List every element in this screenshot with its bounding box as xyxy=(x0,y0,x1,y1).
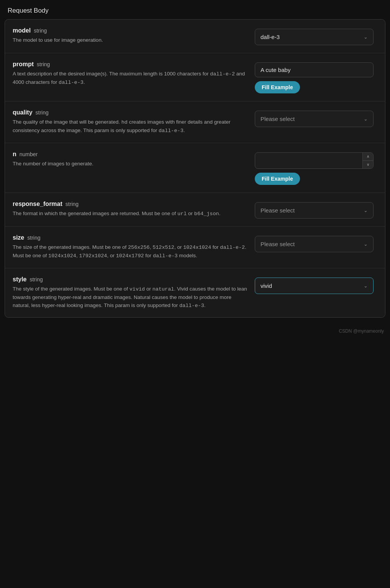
number-input-n[interactable] xyxy=(255,153,362,168)
prompt-input-prompt[interactable]: A cute baby xyxy=(255,62,374,77)
param-right-prompt: A cute babyFill Example xyxy=(255,61,377,93)
param-right-model: dall-e-3⌄ xyxy=(255,27,377,45)
param-name-line-response_format: response_formatstring xyxy=(13,201,247,207)
param-desc-n: The number of images to generate. xyxy=(13,160,247,168)
param-type-quality: string xyxy=(36,109,49,116)
select-value-size: Please select xyxy=(261,241,295,247)
number-input-wrapper-n: ∧∨ xyxy=(255,152,374,169)
param-name-size: size xyxy=(13,234,24,241)
select-size[interactable]: Please select⌄ xyxy=(255,236,374,252)
request-body-container: modelstringThe model to use for image ge… xyxy=(5,19,385,318)
number-spinners-n: ∧∨ xyxy=(362,153,373,168)
param-left-size: sizestringThe size of the generated imag… xyxy=(13,234,247,260)
param-right-quality: Please select⌄ xyxy=(255,109,377,127)
param-row-response_format: response_formatstringThe format in which… xyxy=(5,193,385,227)
spinner-up-button[interactable]: ∧ xyxy=(363,153,373,161)
chevron-down-icon: ⌄ xyxy=(364,34,368,40)
param-left-style: stylestringThe style of the generated im… xyxy=(13,276,247,310)
param-name-quality: quality xyxy=(13,109,33,116)
param-left-prompt: promptstringA text description of the de… xyxy=(13,61,247,87)
param-right-n: ∧∨Fill Example xyxy=(255,151,377,185)
page-header: Request Body xyxy=(0,0,390,19)
fill-example-button-prompt[interactable]: Fill Example xyxy=(255,81,300,93)
select-response_format[interactable]: Please select⌄ xyxy=(255,202,374,219)
param-left-response_format: response_formatstringThe format in which… xyxy=(13,201,247,218)
param-type-prompt: string xyxy=(37,61,50,67)
page-title: Request Body xyxy=(8,7,49,14)
param-left-model: modelstringThe model to use for image ge… xyxy=(13,27,247,44)
param-row-n: nnumberThe number of images to generate.… xyxy=(5,143,385,193)
param-right-response_format: Please select⌄ xyxy=(255,201,377,219)
param-name-line-model: modelstring xyxy=(13,27,247,34)
chevron-down-icon: ⌄ xyxy=(364,241,368,247)
param-type-response_format: string xyxy=(66,201,79,207)
chevron-down-icon: ⌄ xyxy=(364,283,368,289)
chevron-down-icon: ⌄ xyxy=(364,116,368,122)
param-desc-size: The size of the generated images. Must b… xyxy=(13,243,247,260)
param-desc-response_format: The format in which the generated images… xyxy=(13,210,247,218)
param-type-model: string xyxy=(34,28,47,34)
select-value-style: vivid xyxy=(261,283,272,289)
param-left-quality: qualitystringThe quality of the image th… xyxy=(13,109,247,135)
param-row-model: modelstringThe model to use for image ge… xyxy=(5,20,385,53)
param-name-model: model xyxy=(13,27,31,34)
watermark: CSDN @mynameonly xyxy=(0,325,390,337)
param-row-style: stylestringThe style of the generated im… xyxy=(5,268,385,318)
param-name-line-size: sizestring xyxy=(13,234,247,241)
param-desc-quality: The quality of the image that will be ge… xyxy=(13,118,247,135)
select-style[interactable]: vivid⌄ xyxy=(255,278,374,294)
spinner-down-button[interactable]: ∨ xyxy=(363,161,373,168)
chevron-down-icon: ⌄ xyxy=(364,207,368,213)
select-quality[interactable]: Please select⌄ xyxy=(255,111,374,127)
param-name-line-prompt: promptstring xyxy=(13,61,247,68)
param-name-response_format: response_format xyxy=(13,201,62,207)
param-right-size: Please select⌄ xyxy=(255,234,377,252)
param-left-n: nnumberThe number of images to generate. xyxy=(13,151,247,168)
select-model[interactable]: dall-e-3⌄ xyxy=(255,29,374,45)
param-right-style: vivid⌄ xyxy=(255,276,377,294)
param-row-size: sizestringThe size of the generated imag… xyxy=(5,227,385,268)
param-name-line-quality: qualitystring xyxy=(13,109,247,116)
param-name-style: style xyxy=(13,276,26,283)
param-name-n: n xyxy=(13,151,16,158)
param-desc-style: The style of the generated images. Must … xyxy=(13,285,247,310)
param-name-line-style: stylestring xyxy=(13,276,247,283)
fill-example-button-n[interactable]: Fill Example xyxy=(255,173,300,185)
param-desc-model: The model to use for image generation. xyxy=(13,36,247,44)
select-value-quality: Please select xyxy=(261,116,295,122)
param-type-style: string xyxy=(29,276,43,283)
select-value-model: dall-e-3 xyxy=(261,34,280,40)
param-row-prompt: promptstringA text description of the de… xyxy=(5,53,385,101)
param-name-line-n: nnumber xyxy=(13,151,247,158)
param-name-prompt: prompt xyxy=(13,61,34,68)
param-row-quality: qualitystringThe quality of the image th… xyxy=(5,101,385,143)
select-value-response_format: Please select xyxy=(261,207,295,214)
param-desc-prompt: A text description of the desired image(… xyxy=(13,70,247,87)
param-type-size: string xyxy=(27,235,40,241)
param-type-n: number xyxy=(20,151,38,157)
